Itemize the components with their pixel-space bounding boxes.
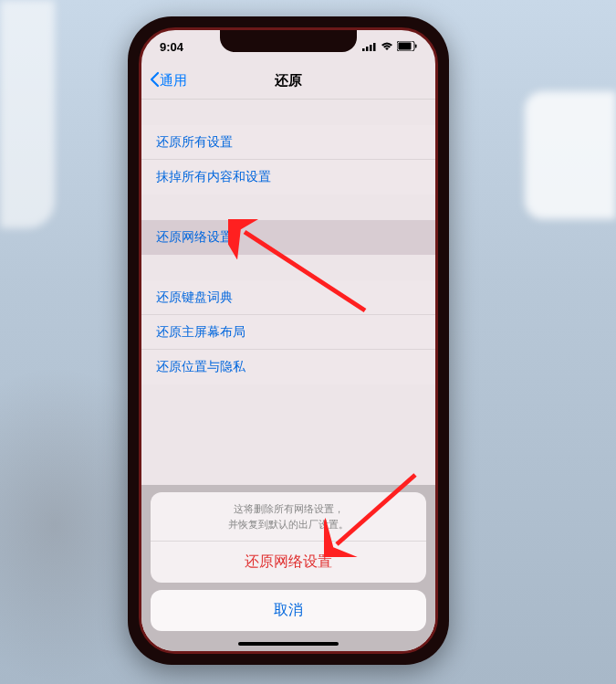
row-label: 还原所有设置 [156, 134, 233, 151]
back-label: 通用 [160, 72, 187, 89]
screen: 9:04 通用 [141, 30, 435, 651]
cancel-label: 取消 [274, 602, 303, 617]
sheet-message-line: 并恢复到默认的出厂设置。 [169, 517, 408, 532]
reset-all-settings-row[interactable]: 还原所有设置 [141, 125, 435, 160]
status-icons [362, 40, 417, 54]
row-label: 还原键盘词典 [156, 289, 233, 306]
wifi-icon [381, 40, 393, 54]
background-decoration [525, 91, 616, 219]
action-sheet: 这将删除所有网络设置， 并恢复到默认的出厂设置。 还原网络设置 [151, 492, 426, 583]
svg-rect-1 [366, 47, 369, 51]
row-label: 还原位置与隐私 [156, 359, 245, 375]
settings-group-2: 还原网络设置 [141, 220, 435, 255]
erase-all-content-row[interactable]: 抹掉所有内容和设置 [141, 160, 435, 195]
sheet-message: 这将删除所有网络设置， 并恢复到默认的出厂设置。 [151, 492, 426, 542]
row-label: 还原网络设置 [156, 229, 233, 246]
row-label: 还原主屏幕布局 [156, 324, 245, 341]
nav-bar: 通用 还原 [141, 63, 435, 100]
notch [220, 30, 357, 52]
reset-network-settings-row[interactable]: 还原网络设置 [141, 220, 435, 255]
signal-icon [362, 40, 377, 54]
phone-bezel: 9:04 通用 [139, 27, 438, 654]
svg-rect-3 [373, 43, 376, 51]
svg-rect-5 [399, 42, 412, 49]
phone-frame: 9:04 通用 [128, 16, 449, 665]
confirm-reset-network-button[interactable]: 还原网络设置 [151, 542, 426, 583]
action-label: 还原网络设置 [245, 553, 332, 569]
settings-group-3: 还原键盘词典 还原主屏幕布局 还原位置与隐私 [141, 280, 435, 384]
svg-rect-2 [370, 45, 372, 51]
sheet-message-line: 这将删除所有网络设置， [169, 501, 408, 517]
reset-home-layout-row[interactable]: 还原主屏幕布局 [141, 315, 435, 350]
page-title: 还原 [275, 72, 302, 89]
settings-group-1: 还原所有设置 抹掉所有内容和设置 [141, 125, 435, 195]
status-time: 9:04 [160, 40, 183, 54]
reset-location-privacy-row[interactable]: 还原位置与隐私 [141, 350, 435, 384]
svg-rect-0 [362, 48, 365, 51]
cancel-button[interactable]: 取消 [151, 590, 426, 631]
home-indicator[interactable] [238, 642, 339, 646]
reset-keyboard-dict-row[interactable]: 还原键盘词典 [141, 280, 435, 315]
chevron-left-icon [149, 71, 160, 90]
battery-icon [397, 40, 417, 54]
back-button[interactable]: 通用 [141, 71, 187, 90]
svg-rect-6 [415, 44, 417, 47]
action-sheet-overlay: 这将删除所有网络设置， 并恢复到默认的出厂设置。 还原网络设置 取消 [141, 485, 435, 651]
row-label: 抹掉所有内容和设置 [156, 169, 271, 185]
background-decoration [0, 0, 55, 228]
